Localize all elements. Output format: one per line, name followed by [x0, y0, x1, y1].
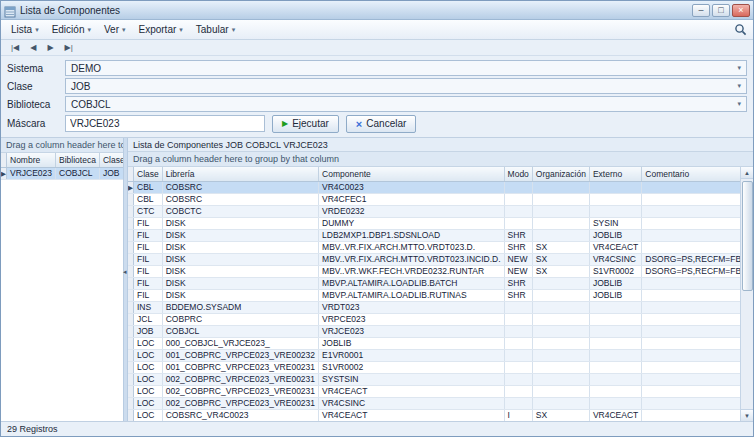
cell[interactable] — [642, 217, 740, 229]
cell[interactable] — [589, 397, 641, 409]
cell[interactable]: VRDE0232 — [319, 205, 505, 217]
cell[interactable] — [532, 325, 589, 337]
minimize-button[interactable]: – — [692, 4, 710, 17]
biblioteca-select[interactable]: COBJCL▾ — [65, 96, 747, 112]
cell[interactable] — [642, 181, 740, 193]
table-row[interactable]: LOC002_COBPRC_VRPCE023_VRE00231SYSTSIN✓D… — [128, 373, 740, 385]
cell[interactable]: SX — [532, 409, 589, 421]
table-row[interactable]: JCLCOBPRCVRPCE023✓DEMO — [128, 313, 740, 325]
cell[interactable]: COBCTC — [162, 205, 318, 217]
cell[interactable] — [504, 397, 532, 409]
cell[interactable]: COBJCL — [56, 167, 100, 179]
cell[interactable]: JCL — [134, 313, 163, 325]
cell[interactable] — [504, 205, 532, 217]
cell[interactable] — [589, 301, 641, 313]
close-button[interactable]: × — [732, 4, 750, 17]
cell[interactable]: VR4CEACT — [589, 241, 641, 253]
nav-first-icon[interactable]: |◀ — [6, 41, 24, 54]
cell[interactable]: MBV..VR.FIX.ARCH.MTTO.VRDT023.INCID.D. — [319, 253, 505, 265]
menu-ver[interactable]: Ver▾ — [98, 22, 133, 37]
cell[interactable]: CTC — [134, 205, 163, 217]
ejecutar-button[interactable]: ▶Ejecutar — [272, 115, 339, 133]
table-row[interactable]: INSBDDEMO.SYSADMVRDT023DEMO — [128, 301, 740, 313]
cell[interactable] — [504, 349, 532, 361]
column-header[interactable]: Organización — [532, 167, 589, 181]
table-row[interactable]: CTCCOBCTCVRDE0232✓DEMO — [128, 205, 740, 217]
table-row[interactable]: JOBCOBJCLVRJCE023✓DEMO — [128, 325, 740, 337]
column-header[interactable]: Externo — [589, 167, 641, 181]
search-icon[interactable] — [731, 22, 749, 38]
cell[interactable] — [504, 337, 532, 349]
cell[interactable] — [589, 349, 641, 361]
cancelar-button[interactable]: ×Cancelar — [346, 115, 416, 133]
cell[interactable] — [589, 337, 641, 349]
cell[interactable]: 002_COBPRC_VRPCE023_VRE00231 — [162, 373, 318, 385]
scroll-down-icon[interactable]: ▼ — [741, 409, 753, 421]
cell[interactable] — [532, 277, 589, 289]
table-row[interactable]: LOC001_COBPRC_VRPCE023_VRE00231S1VR0002✓… — [128, 361, 740, 373]
cell[interactable] — [589, 181, 641, 193]
cell[interactable]: DISK — [162, 217, 318, 229]
cell[interactable] — [532, 229, 589, 241]
cell[interactable]: 001_COBPRC_VRPCE023_VRE00232 — [162, 349, 318, 361]
cell[interactable]: 002_COBPRC_VRPCE023_VRE00231 — [162, 385, 318, 397]
cell[interactable]: S1VR0002 — [319, 361, 505, 373]
menu-tabular[interactable]: Tabular▾ — [190, 22, 242, 37]
cell[interactable]: JOBLIB — [319, 337, 505, 349]
cell[interactable]: SHR — [504, 241, 532, 253]
cell[interactable]: SX — [532, 253, 589, 265]
column-header[interactable]: Comentario — [642, 167, 740, 181]
cell[interactable]: MBV..VR.WKF.FECH.VRDE0232.RUNTAR — [319, 265, 505, 277]
table-row[interactable]: CBLCOBSRCVR4CFEC1✓DEMO — [128, 193, 740, 205]
cell[interactable]: 001_COBPRC_VRPCE023_VRE00231 — [162, 361, 318, 373]
column-header[interactable]: Clase — [134, 167, 163, 181]
cell[interactable] — [504, 181, 532, 193]
cell[interactable]: MBVP.ALTAMIRA.LOADLIB.RUTINAS — [319, 289, 505, 301]
cell[interactable]: SX — [532, 265, 589, 277]
menu-lista[interactable]: Lista▾ — [5, 22, 46, 37]
vertical-scrollbar[interactable]: ▲ ▼ — [740, 167, 753, 421]
cell[interactable]: SHR — [504, 277, 532, 289]
cell[interactable]: VR4CSINC — [319, 397, 505, 409]
table-row[interactable]: FILDISKMBV..VR.WKF.FECH.VRDE0232.RUNTARN… — [128, 265, 740, 277]
cell[interactable] — [504, 193, 532, 205]
cell[interactable] — [504, 361, 532, 373]
sistema-select[interactable]: DEMO▾ — [65, 60, 747, 76]
cell[interactable] — [642, 373, 740, 385]
cell[interactable]: VR4CFEC1 — [319, 193, 505, 205]
cell[interactable]: E1VR0001 — [319, 349, 505, 361]
cell[interactable]: JOBLIB — [589, 229, 641, 241]
cell[interactable]: DUMMY — [319, 217, 505, 229]
scrollbar-thumb[interactable] — [742, 181, 753, 291]
cell[interactable]: JOB — [99, 167, 123, 179]
cell[interactable]: FIL — [134, 289, 163, 301]
cell[interactable]: FIL — [134, 229, 163, 241]
cell[interactable] — [532, 397, 589, 409]
cell[interactable] — [642, 337, 740, 349]
cell[interactable]: NEW — [504, 265, 532, 277]
cell[interactable]: JOBLIB — [589, 277, 641, 289]
column-header[interactable]: Componente — [319, 167, 505, 181]
cell[interactable]: MBV..VR.FIX.ARCH.MTTO.VRDT023.D. — [319, 241, 505, 253]
cell[interactable]: VRPCE023 — [319, 313, 505, 325]
nav-prev-icon[interactable]: ◀ — [25, 41, 41, 54]
nav-last-icon[interactable]: ▶| — [60, 41, 78, 54]
cell[interactable]: SYSIN — [589, 217, 641, 229]
cell[interactable]: COBSRC — [162, 193, 318, 205]
cell[interactable] — [532, 301, 589, 313]
nav-next-icon[interactable]: ▶ — [42, 41, 58, 54]
cell[interactable]: BDDEMO.SYSADM — [162, 301, 318, 313]
cell[interactable]: FIL — [134, 241, 163, 253]
cell[interactable] — [589, 361, 641, 373]
cell[interactable] — [504, 301, 532, 313]
menu-exportar[interactable]: Exportar▾ — [133, 22, 190, 37]
cell[interactable]: VR4CSINC — [589, 253, 641, 265]
cell[interactable]: CBL — [134, 193, 163, 205]
cell[interactable]: DISK — [162, 229, 318, 241]
table-row[interactable]: ▶CBLCOBSRCVR4C0023✓DEMO — [128, 181, 740, 193]
table-row[interactable]: ▶VRJCE023COBJCLJOBDEMO — [1, 167, 123, 179]
table-row[interactable]: FILDISKDUMMYSYSIN✓DEMO — [128, 217, 740, 229]
table-row[interactable]: FILDISKMBVP.ALTAMIRA.LOADLIB.RUTINASSHRJ… — [128, 289, 740, 301]
cell[interactable]: MBVP.ALTAMIRA.LOADLIB.BATCH — [319, 277, 505, 289]
cell[interactable]: DSORG=PS,RECFM=FB,LRECL=80,BLKSIZE=0 — [642, 265, 740, 277]
